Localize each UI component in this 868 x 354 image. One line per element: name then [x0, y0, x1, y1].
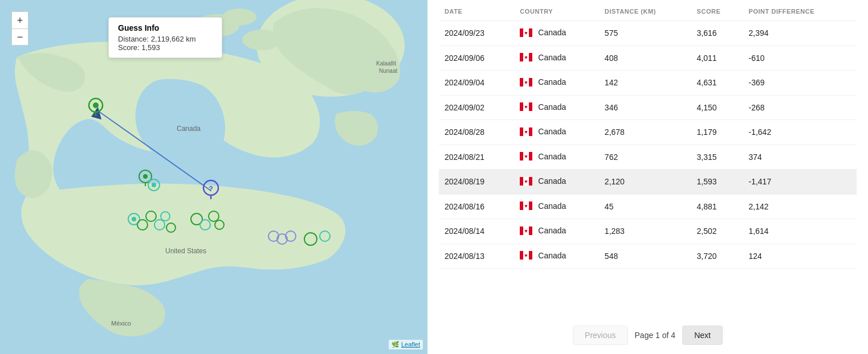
leaflet-link[interactable]: Leaflet: [401, 341, 420, 348]
cell-point-diff: -1,642: [743, 120, 857, 145]
svg-text:?: ?: [209, 184, 213, 193]
map-label-greenland: Kalaallit: [376, 60, 396, 67]
cell-distance: 762: [599, 145, 691, 170]
canada-flag-icon: ♥: [520, 53, 532, 61]
svg-text:♥: ♥: [525, 55, 528, 60]
results-table: DATE COUNTRY DISTANCE (KM) SCORE POINT D…: [439, 0, 857, 269]
table-row: 2024/09/23 ♥ Canada 575 3,616 2,394: [439, 21, 857, 46]
cell-distance: 142: [599, 71, 691, 96]
cell-distance: 1,283: [599, 219, 691, 244]
country-name: Canada: [538, 28, 566, 37]
svg-rect-47: [520, 102, 523, 111]
svg-rect-65: [529, 201, 532, 210]
zoom-out-button[interactable]: −: [11, 28, 28, 46]
svg-rect-61: [529, 177, 532, 186]
col-header-distance: DISTANCE (KM): [599, 0, 691, 21]
table-row: 2024/08/13 ♥ Canada 548 3,720 124: [439, 244, 857, 269]
flag-container: ♥ Canada: [520, 152, 566, 161]
col-header-point-diff: POINT DIFFERENCE: [743, 0, 857, 21]
table-row: 2024/08/21 ♥ Canada 762 3,315 374: [439, 145, 857, 170]
svg-text:♥: ♥: [525, 129, 528, 135]
flag-container: ♥ Canada: [520, 176, 566, 186]
country-name: Canada: [538, 176, 566, 186]
canada-flag-icon: ♥: [520, 78, 532, 87]
cell-score: 4,011: [691, 46, 743, 71]
popup-distance: Distance: 2,119,662 km: [118, 35, 213, 43]
table-row: 2024/08/16 ♥ Canada 45 4,881 2,142: [439, 194, 857, 219]
svg-rect-35: [520, 28, 523, 37]
svg-rect-59: [520, 177, 523, 186]
table-row: 2024/09/06 ♥ Canada 408 4,011 -610: [439, 46, 857, 71]
cell-distance: 2,678: [599, 120, 691, 145]
cell-country: ♥ Canada: [514, 219, 598, 244]
canada-flag-icon: ♥: [520, 152, 532, 160]
map-container: Kalaallit Nunaat Canada United States Mé…: [0, 0, 427, 354]
svg-text:♥: ♥: [525, 203, 528, 209]
cell-score: 4,150: [691, 95, 743, 120]
country-name: Canada: [538, 77, 566, 87]
cell-point-diff: 2,142: [743, 194, 857, 219]
country-name: Canada: [538, 127, 566, 136]
leaflet-attribution: 🌿 Leaflet: [389, 340, 423, 349]
table-row: 2024/08/19 ♥ Canada 2,120 1,593 -1,417: [439, 170, 857, 195]
cell-country: ♥ Canada: [514, 21, 598, 46]
cell-score: 4,881: [691, 194, 743, 219]
table-row: 2024/09/02 ♥ Canada 346 4,150 -268: [439, 95, 857, 120]
flag-container: ♥ Canada: [520, 53, 566, 62]
canada-flag-icon: ♥: [520, 251, 532, 260]
svg-rect-63: [520, 201, 523, 210]
svg-text:♥: ♥: [525, 228, 528, 234]
cell-score: 1,593: [691, 170, 743, 195]
cell-country: ♥ Canada: [514, 145, 598, 170]
table-row: 2024/09/04 ♥ Canada 142 4,631 -369: [439, 71, 857, 96]
svg-point-9: [93, 102, 99, 108]
cell-point-diff: 2,394: [743, 21, 857, 46]
svg-rect-57: [529, 152, 532, 160]
cell-point-diff: 124: [743, 244, 857, 269]
cell-distance: 408: [599, 46, 691, 71]
svg-rect-53: [529, 127, 532, 136]
previous-button[interactable]: Previous: [573, 326, 627, 345]
flag-container: ♥ Canada: [520, 28, 566, 37]
cell-score: 3,720: [691, 244, 743, 269]
svg-point-20: [132, 217, 136, 221]
table-section: DATE COUNTRY DISTANCE (KM) SCORE POINT D…: [427, 0, 868, 354]
canada-flag-icon: ♥: [520, 127, 532, 136]
svg-point-15: [143, 174, 148, 179]
canada-flag-icon: ♥: [520, 227, 532, 235]
canada-flag-icon: ♥: [520, 28, 532, 37]
svg-text:♥: ♥: [525, 30, 528, 36]
cell-point-diff: 374: [743, 145, 857, 170]
cell-score: 4,631: [691, 71, 743, 96]
country-name: Canada: [538, 251, 566, 260]
cell-date: 2024/08/14: [439, 219, 514, 244]
cell-point-diff: -369: [743, 71, 857, 96]
pagination: Previous Page 1 of 4 Next: [439, 314, 857, 354]
cell-distance: 548: [599, 244, 691, 269]
svg-text:♥: ♥: [525, 154, 528, 159]
cell-distance: 346: [599, 95, 691, 120]
cell-score: 1,179: [691, 120, 743, 145]
svg-rect-41: [529, 53, 532, 61]
country-name: Canada: [538, 152, 566, 161]
cell-country: ♥ Canada: [514, 120, 598, 145]
cell-date: 2024/09/23: [439, 21, 514, 46]
cell-point-diff: 1,614: [743, 219, 857, 244]
country-name: Canada: [538, 102, 566, 112]
country-name: Canada: [538, 53, 566, 62]
col-header-date: DATE: [439, 0, 514, 21]
svg-rect-45: [529, 78, 532, 87]
cell-country: ♥ Canada: [514, 244, 598, 269]
flag-container: ♥ Canada: [520, 102, 566, 112]
cell-point-diff: -1,417: [743, 170, 857, 195]
svg-rect-71: [520, 251, 523, 260]
svg-text:♥: ♥: [525, 179, 528, 184]
next-button[interactable]: Next: [682, 326, 723, 345]
svg-text:♥: ♥: [525, 80, 528, 85]
zoom-in-button[interactable]: +: [11, 11, 28, 28]
cell-country: ♥ Canada: [514, 170, 598, 195]
cell-country: ♥ Canada: [514, 95, 598, 120]
svg-rect-39: [520, 53, 523, 61]
popup-score: Score: 1,593: [118, 43, 213, 52]
svg-rect-51: [520, 127, 523, 136]
